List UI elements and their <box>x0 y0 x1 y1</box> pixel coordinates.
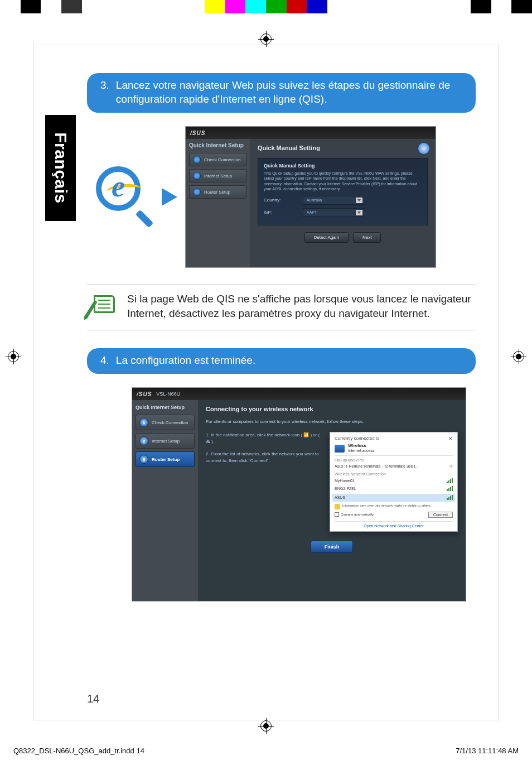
sidebar-item-check-connection[interactable]: Check Connection <box>189 153 246 166</box>
isp-label: ISP: <box>264 210 303 215</box>
browser-magnifier-icon: e <box>93 166 154 228</box>
sidebar-item-router-setup[interactable]: 3Router Setup <box>136 451 195 467</box>
step-text: La configuration est terminée. <box>116 354 255 368</box>
panel-description: This Quick Setup guides you to quickly c… <box>264 171 422 191</box>
signal-bars-icon <box>446 486 453 492</box>
step-2-text: 2. From the list of networks, click the … <box>206 451 322 464</box>
step-number: 3. <box>100 79 109 106</box>
footer-timestamp: 7/1/13 11:11:48 AM <box>456 747 519 755</box>
language-tab-label: Français <box>51 132 70 203</box>
signal-bars-icon <box>446 495 453 501</box>
registration-mark-icon <box>258 718 274 734</box>
qis-screenshot-1: /SUS Quick Internet Setup Check Connecti… <box>185 126 436 268</box>
intro-text: For clients or computers to connect to y… <box>206 419 458 424</box>
divider <box>87 285 476 285</box>
step-4-callout: 4. La configuration est terminée. <box>87 348 476 374</box>
next-button[interactable]: Next <box>353 232 381 243</box>
arrow-right-icon <box>162 188 177 206</box>
note-text: Si la page Web de QIS ne s'affiche pas l… <box>127 292 476 320</box>
step-3-callout: 3. Lancez votre navigateur Web puis suiv… <box>87 73 476 113</box>
sidebar-item-check-connection[interactable]: 1Check Connection <box>136 415 195 430</box>
step-number: 4. <box>100 354 109 368</box>
footer-document-name: Q8322_DSL-N66U_QSG_add_tr.indd 14 <box>13 747 144 755</box>
signal-bars-icon <box>446 478 453 484</box>
auto-connect-checkbox[interactable]: Connect automatically <box>335 512 374 517</box>
step-text: Lancez votre navigateur Web puis suivez … <box>116 79 462 106</box>
registration-color-bar <box>0 0 532 13</box>
panel-title: Quick Manual Setting <box>264 163 422 169</box>
brand-logo: /SUS <box>190 130 205 136</box>
registration-mark-icon <box>6 349 21 364</box>
qis-screenshot-2: /SUS VSL-N66U Quick Internet Setup 1Chec… <box>132 387 466 602</box>
registration-mark-icon <box>511 349 526 364</box>
network-item[interactable]: ENG2-PZEL <box>335 485 453 493</box>
step-1-text: 1. In the notification area, click the n… <box>206 432 322 445</box>
isp-select[interactable]: AAPT <box>303 208 364 217</box>
network-item[interactable]: Asus IT Remote Terminate - To terminate … <box>335 463 453 470</box>
note-icon <box>88 295 115 317</box>
popup-title: Currently connected to: <box>335 436 381 441</box>
print-footer: Q8322_DSL-N66U_QSG_add_tr.indd 14 7/1/13… <box>0 747 532 755</box>
panel-header: Quick Manual Setting <box>258 145 428 151</box>
category-label: Dial-up and VPN <box>335 458 453 462</box>
page-frame: Français 3. Lancez votre navigateur Web … <box>33 45 499 720</box>
country-label: Country: <box>264 198 303 203</box>
sidebar-title: Quick Internet Setup <box>189 142 246 148</box>
close-icon[interactable]: ✕ <box>448 436 453 441</box>
brand-logo: /SUS <box>137 391 152 397</box>
network-item[interactable]: MyHome01 <box>335 477 453 485</box>
sidebar-item-router-setup[interactable]: Router Setup <box>189 185 246 199</box>
detect-again-button[interactable]: Detect Again <box>304 232 349 243</box>
panel-header: Connecting to your wireless network <box>206 406 458 412</box>
wifi-popup: Currently connected to:✕ WirelessInterne… <box>330 432 458 531</box>
network-item-selected[interactable]: ASUS <box>332 494 455 502</box>
warning-icon <box>335 504 340 509</box>
language-tab: Français <box>45 115 76 221</box>
country-select[interactable]: Australia <box>303 196 364 205</box>
globe-icon <box>418 142 430 155</box>
page-number: 14 <box>87 692 99 705</box>
sidebar-title: Quick Internet Setup <box>136 405 195 410</box>
sidebar-item-internet-setup[interactable]: Internet Setup <box>189 169 246 182</box>
open-network-center-link[interactable]: Open Network and Sharing Center <box>335 521 453 528</box>
connect-button[interactable]: Connect <box>428 512 453 518</box>
divider <box>87 330 476 330</box>
sidebar-item-internet-setup[interactable]: 2Internet Setup <box>136 433 195 449</box>
category-label: Wireless Network Connection <box>335 472 453 476</box>
finish-button[interactable]: Finish <box>311 541 354 553</box>
model-label: VSL-N66U <box>156 391 180 397</box>
wifi-connection-icon <box>335 445 345 453</box>
warning-text: Information sent over this network might… <box>342 504 432 507</box>
